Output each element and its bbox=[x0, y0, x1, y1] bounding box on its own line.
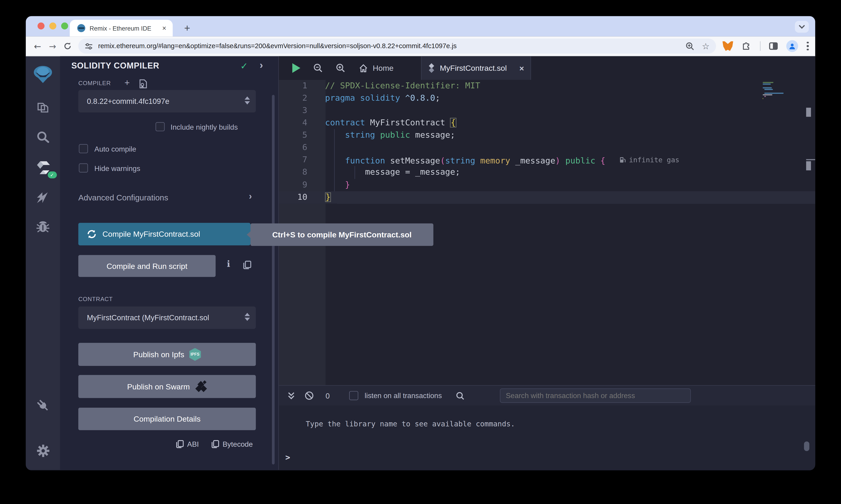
minimize-window-button[interactable] bbox=[49, 23, 56, 30]
remix-favicon-icon bbox=[77, 24, 85, 32]
publish-swarm-button[interactable]: Publish on Swarm bbox=[79, 375, 256, 398]
new-tab-button[interactable]: + bbox=[180, 21, 194, 35]
copy-bytecode[interactable]: Bytecode bbox=[211, 440, 253, 449]
tab-search-button[interactable] bbox=[795, 21, 809, 33]
line-number: 8 bbox=[279, 166, 316, 179]
url-bar[interactable]: remix.ethereum.org/#lang=en&optimize=fal… bbox=[79, 39, 716, 54]
add-compiler-icon[interactable]: + bbox=[124, 78, 130, 88]
browser-tab[interactable]: Remix - Ethereum IDE × bbox=[70, 20, 173, 37]
metamask-icon[interactable] bbox=[722, 41, 733, 51]
clear-console-icon[interactable] bbox=[305, 391, 314, 400]
advanced-chevron-icon[interactable]: › bbox=[249, 191, 252, 202]
profile-avatar[interactable] bbox=[786, 40, 798, 52]
settings-gear-icon[interactable] bbox=[36, 444, 50, 458]
run-script-icon[interactable] bbox=[292, 63, 300, 73]
forward-button[interactable]: → bbox=[45, 41, 60, 51]
reload-button[interactable] bbox=[63, 42, 72, 51]
file-tab-close-icon[interactable]: × bbox=[519, 64, 524, 73]
zoom-page-icon[interactable] bbox=[685, 41, 694, 51]
listen-transactions-checkbox[interactable] bbox=[349, 391, 358, 400]
compile-button[interactable]: Compile MyFirstContract.sol bbox=[79, 223, 251, 246]
browser-menu-icon[interactable] bbox=[807, 41, 809, 51]
zoom-in-icon[interactable] bbox=[336, 63, 345, 73]
code-line-7[interactable]: 7 function setMessage(string memory _mes… bbox=[279, 154, 815, 166]
search-icon[interactable] bbox=[36, 130, 50, 144]
compile-run-button[interactable]: Compile and Run script bbox=[79, 255, 216, 277]
side-panel-icon[interactable] bbox=[769, 42, 778, 50]
back-button[interactable]: ← bbox=[30, 41, 45, 51]
hide-warnings-checkbox[interactable] bbox=[79, 163, 88, 173]
debugger-icon[interactable] bbox=[36, 220, 50, 233]
ipfs-logo-icon: IPFS bbox=[189, 348, 201, 361]
compiler-success-badge: ✓ bbox=[48, 172, 57, 179]
solidity-compiler-icon[interactable]: ✓ bbox=[36, 160, 50, 175]
code-line-4[interactable]: 4contract MyFirstContract { bbox=[279, 117, 815, 129]
solidity-compiler-panel: SOLIDITY COMPILER ✓ › COMPILER + 0.8.22+… bbox=[60, 56, 279, 470]
code-line-9[interactable]: 9 } bbox=[279, 179, 815, 191]
terminal-search-input[interactable] bbox=[500, 389, 691, 403]
toolbar-divider bbox=[760, 41, 760, 51]
site-settings-icon[interactable] bbox=[85, 42, 93, 50]
deploy-run-icon[interactable] bbox=[36, 191, 50, 204]
contract-label: CONTRACT bbox=[79, 296, 113, 302]
code-line-5[interactable]: 5 string public message; bbox=[279, 129, 815, 142]
plugin-manager-icon[interactable] bbox=[36, 398, 50, 412]
toolbar-extensions bbox=[722, 40, 811, 52]
panel-scrollbar[interactable] bbox=[272, 95, 275, 464]
code-line-10[interactable]: 10} bbox=[279, 191, 815, 203]
terminal-output[interactable]: Type the library name to see available c… bbox=[279, 406, 815, 470]
chevron-down-icon bbox=[799, 23, 805, 29]
auto-compile-checkbox[interactable] bbox=[79, 144, 88, 153]
panel-chevron-icon[interactable]: › bbox=[260, 59, 263, 71]
zoom-window-button[interactable] bbox=[61, 23, 68, 30]
file-explorer-icon[interactable] bbox=[36, 100, 50, 114]
include-nightly-checkbox[interactable] bbox=[156, 122, 165, 131]
panel-title: SOLIDITY COMPILER bbox=[71, 61, 159, 71]
copy-abi[interactable]: ABI bbox=[176, 440, 199, 449]
terminal-panel: 0 listen on all transactions Type the li… bbox=[279, 385, 815, 470]
close-window-button[interactable] bbox=[37, 23, 45, 30]
compiler-version-select[interactable]: 0.8.22+commit.4fc1097e bbox=[79, 90, 256, 112]
code-line-6[interactable]: 6 bbox=[279, 142, 815, 154]
extensions-puzzle-icon[interactable] bbox=[742, 41, 751, 51]
copy-script-icon[interactable] bbox=[243, 260, 252, 270]
transaction-count: 0 bbox=[326, 391, 330, 400]
advanced-configurations-toggle[interactable]: Advanced Configurations bbox=[79, 193, 168, 202]
info-icon[interactable]: i bbox=[227, 259, 230, 269]
window-controls[interactable] bbox=[37, 23, 68, 30]
line-number: 9 bbox=[279, 179, 316, 191]
indent-guide bbox=[334, 129, 334, 191]
compile-success-check-icon: ✓ bbox=[240, 60, 248, 71]
tab-myfirstcontract[interactable]: MyFirstContract.sol × bbox=[421, 56, 531, 80]
overview-ruler-mark[interactable] bbox=[806, 108, 811, 117]
tab-home[interactable]: Home bbox=[359, 64, 394, 73]
file-tab-label: MyFirstContract.sol bbox=[440, 64, 519, 72]
compilation-details-button[interactable]: Compilation Details bbox=[79, 408, 256, 430]
hide-warnings-label: Hide warnings bbox=[95, 165, 140, 173]
publish-ipfs-button[interactable]: Publish on Ipfs IPFS bbox=[79, 343, 256, 366]
gas-pump-icon bbox=[619, 157, 626, 164]
compiler-license-icon[interactable] bbox=[139, 79, 147, 88]
overview-ruler-mark[interactable] bbox=[806, 161, 811, 170]
browser-toolbar: ← → remix.ethereum.org/#lang=en&optimize… bbox=[26, 37, 816, 56]
code-line-8[interactable]: 8 message = _message; bbox=[279, 166, 815, 179]
bookmark-star-icon[interactable]: ☆ bbox=[702, 41, 709, 51]
terminal-message: Type the library name to see available c… bbox=[306, 419, 515, 428]
line-number: 7 bbox=[279, 154, 316, 166]
terminal-scrollbar[interactable] bbox=[804, 442, 809, 451]
code-line-1[interactable]: 1// SPDX-License-Identifier: MIT bbox=[279, 80, 815, 92]
zoom-out-icon[interactable] bbox=[313, 63, 323, 73]
line-number: 5 bbox=[279, 129, 316, 142]
remix-logo-icon[interactable] bbox=[33, 65, 53, 84]
contract-select[interactable]: MyFirstContract (MyFirstContract.sol bbox=[79, 306, 256, 329]
code-line-2[interactable]: 2pragma solidity ^0.8.0; bbox=[279, 92, 815, 105]
code-line-3[interactable]: 3 bbox=[279, 105, 815, 117]
solidity-file-icon bbox=[428, 63, 435, 73]
remix-app: ✓ SOLIDITY COMPILER ✓ bbox=[26, 56, 816, 470]
expand-terminal-icon[interactable] bbox=[288, 391, 295, 400]
compile-shortcut-tooltip: Ctrl+S to compile MyFirstContract.sol bbox=[251, 223, 433, 246]
select-arrows-icon bbox=[244, 96, 250, 104]
url-text[interactable]: remix.ethereum.org/#lang=en&optimize=fal… bbox=[98, 42, 677, 50]
tab-close-icon[interactable]: × bbox=[161, 24, 167, 32]
editor-minimap[interactable] bbox=[762, 82, 806, 100]
